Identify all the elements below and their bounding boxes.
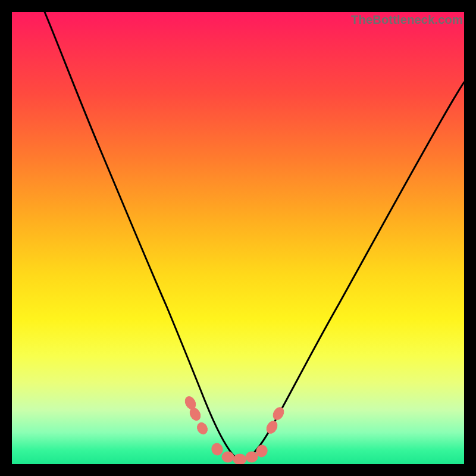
marker-dot <box>265 419 280 435</box>
plot-area <box>12 12 464 464</box>
marker-group <box>183 395 286 464</box>
bottleneck-curve <box>45 12 464 459</box>
marker-dot <box>246 452 258 462</box>
marker-dot <box>222 452 234 462</box>
marker-dot <box>233 454 246 464</box>
watermark-text: TheBottleneck.com <box>351 13 463 27</box>
chart-frame: TheBottleneck.com <box>0 0 476 476</box>
curve-layer <box>12 12 464 464</box>
marker-dot <box>195 421 209 436</box>
marker-dot <box>271 405 286 421</box>
marker-dot <box>210 442 224 457</box>
